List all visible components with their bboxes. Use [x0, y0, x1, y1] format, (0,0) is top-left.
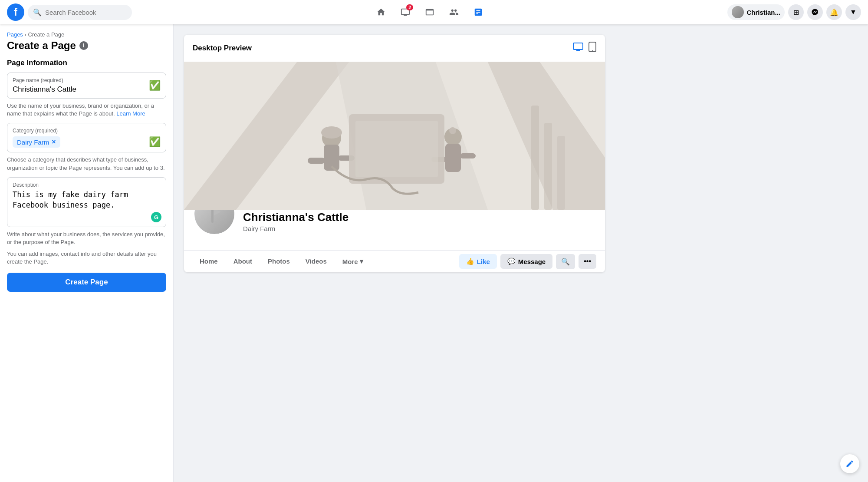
page-navigation: Home About Photos Videos More ▾ 👍 Like: [184, 250, 605, 272]
svg-point-2: [592, 50, 593, 51]
search-page-icon: 🔍: [561, 258, 570, 265]
profile-category: Dairy Farm: [243, 225, 596, 232]
page-name-input[interactable]: [13, 85, 147, 94]
page-name-field[interactable]: Page name (required) ✅: [7, 73, 166, 99]
profile-name: Christianna's Cattle: [243, 211, 596, 224]
page-name-label: Page name (required): [13, 77, 161, 83]
messenger-icon[interactable]: [807, 4, 823, 20]
facebook-logo[interactable]: f: [7, 3, 24, 21]
profile-name-area: Christianna's Cattle Dairy Farm: [243, 211, 596, 236]
main-content: Desktop Preview: [174, 24, 868, 482]
page-title-text: Create a Page: [7, 40, 76, 52]
svg-point-16: [449, 127, 456, 134]
nav-more-link[interactable]: More ▾: [335, 252, 370, 271]
preview-title: Desktop Preview: [193, 44, 252, 53]
description-label: Description: [13, 182, 161, 188]
category-helper: Choose a category that describes what ty…: [7, 156, 166, 172]
user-profile-pill[interactable]: Christian...: [727, 4, 785, 20]
svg-rect-15: [460, 153, 476, 158]
preview-icons: [573, 42, 596, 55]
svg-rect-19: [531, 106, 539, 210]
ellipsis-icon: •••: [584, 258, 591, 265]
create-page-button[interactable]: Create Page: [7, 273, 166, 292]
video-badge: 2: [406, 4, 413, 10]
description-textarea[interactable]: This is my fake dairy farm Facebook busi…: [13, 190, 147, 221]
grammarly-icon: G: [151, 212, 161, 222]
edit-fab-button[interactable]: [840, 454, 859, 473]
search-input[interactable]: [45, 9, 127, 16]
home-nav-button[interactable]: [371, 3, 391, 21]
category-field[interactable]: Category (required) Dairy Farm × ✅: [7, 123, 166, 152]
category-tag: Dairy Farm ×: [13, 136, 60, 148]
preview-card: Desktop Preview: [184, 35, 605, 272]
learn-more-link[interactable]: Learn More: [116, 110, 145, 117]
page-nav-actions: 👍 Like 💬 Message 🔍 •••: [459, 254, 596, 269]
category-tag-label: Dairy Farm: [17, 139, 49, 146]
top-navigation: f 🔍 2 Christian... ⊞: [0, 0, 868, 24]
svg-rect-22: [211, 208, 214, 223]
nav-right: Christian... ⊞ 🔔 ▼: [727, 4, 861, 20]
more-chevron-icon: ▾: [360, 258, 363, 265]
marketplace-nav-button[interactable]: [419, 3, 440, 21]
create-page-sidebar: Pages › Create a Page Create a Page i Pa…: [0, 24, 174, 482]
breadcrumb-parent[interactable]: Pages: [7, 31, 23, 38]
info-icon[interactable]: i: [79, 41, 88, 50]
messenger-small-icon: 💬: [507, 258, 516, 265]
svg-rect-13: [445, 144, 461, 172]
desktop-preview-button[interactable]: [573, 42, 583, 55]
user-name-label: Christian...: [746, 9, 780, 16]
nav-home-link[interactable]: Home: [193, 252, 225, 271]
nav-left: f 🔍: [7, 3, 132, 21]
page-name-helper: Use the name of your business, brand or …: [7, 102, 166, 118]
svg-rect-9: [308, 158, 325, 164]
menu-dropdown-icon[interactable]: ▼: [845, 4, 861, 20]
page-title: Create a Page i: [7, 40, 166, 52]
video-nav-button[interactable]: 2: [395, 3, 416, 21]
message-button[interactable]: 💬 Message: [500, 254, 552, 269]
breadcrumb: Pages › Create a Page: [7, 31, 166, 38]
nav-videos-link[interactable]: Videos: [299, 252, 334, 271]
nav-photos-link[interactable]: Photos: [261, 252, 297, 271]
svg-rect-21: [557, 136, 565, 210]
desc-helper1: Write about what your business does, the…: [7, 231, 166, 246]
nav-about-link[interactable]: About: [227, 252, 259, 271]
cover-photo: [184, 62, 605, 210]
avatar: [732, 6, 744, 18]
preview-header: Desktop Preview: [184, 35, 605, 62]
description-field[interactable]: Description This is my fake dairy farm F…: [7, 177, 166, 227]
main-layout: Pages › Create a Page Create a Page i Pa…: [0, 24, 868, 482]
svg-rect-0: [573, 43, 583, 50]
svg-point-11: [321, 126, 342, 139]
page-nav-links: Home About Photos Videos More ▾: [193, 252, 459, 271]
section-title: Page Information: [7, 59, 166, 67]
search-bar[interactable]: 🔍: [28, 5, 132, 20]
more-options-button[interactable]: •••: [579, 254, 596, 269]
desc-helper2: You can add images, contact info and oth…: [7, 250, 166, 266]
like-icon: 👍: [466, 258, 474, 265]
category-tag-remove[interactable]: ×: [52, 138, 56, 146]
message-label: Message: [518, 258, 546, 265]
page-name-check-icon: ✅: [149, 80, 161, 91]
like-label: Like: [477, 258, 490, 265]
svg-rect-20: [544, 123, 552, 210]
mobile-preview-button[interactable]: [589, 42, 596, 55]
groups-nav-button[interactable]: [444, 3, 464, 21]
search-icon: 🔍: [33, 8, 42, 17]
nav-center: 2: [132, 3, 727, 21]
apps-icon[interactable]: ⊞: [788, 4, 804, 20]
like-button[interactable]: 👍 Like: [459, 254, 497, 269]
category-check-icon: ✅: [149, 136, 161, 148]
svg-rect-18: [355, 121, 438, 177]
pages-nav-button[interactable]: [468, 3, 489, 21]
category-label: Category (required): [13, 128, 161, 134]
search-page-button[interactable]: 🔍: [556, 254, 575, 269]
notifications-icon[interactable]: 🔔: [826, 4, 842, 20]
breadcrumb-current: Create a Page: [28, 31, 64, 38]
